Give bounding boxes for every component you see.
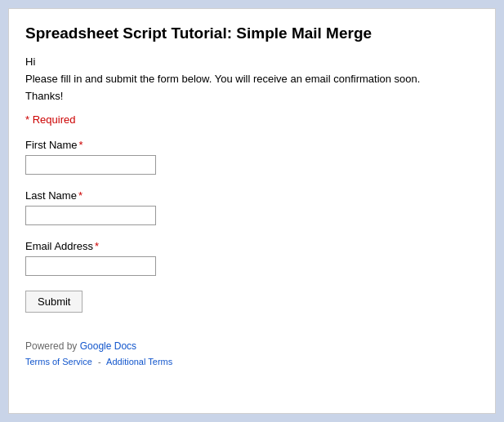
footer-separator: - (98, 357, 101, 366)
email-address-required-star: * (95, 240, 99, 252)
first-name-field-group: First Name* (25, 139, 479, 175)
submit-button[interactable]: Submit (25, 291, 83, 313)
last-name-required-star: * (78, 189, 83, 202)
email-address-label: Email Address* (25, 240, 479, 252)
form-greeting: Hi (25, 56, 479, 68)
submit-area: Submit (25, 291, 479, 327)
page-title: Spreadsheet Script Tutorial: Simple Mail… (25, 24, 479, 44)
first-name-input[interactable] (25, 155, 156, 175)
google-docs-link[interactable]: Google Docs (80, 340, 136, 352)
footer-powered: Powered by Google Docs (25, 340, 479, 352)
terms-of-service-link[interactable]: Terms of Service (25, 357, 92, 366)
form-container: Spreadsheet Script Tutorial: Simple Mail… (8, 8, 496, 414)
first-name-label: First Name* (25, 139, 479, 151)
last-name-input[interactable] (25, 206, 156, 225)
email-address-field-group: Email Address* (25, 240, 479, 276)
required-note: * Required (25, 113, 479, 126)
last-name-field-group: Last Name* (25, 189, 479, 225)
first-name-required-star: * (79, 139, 83, 151)
email-address-input[interactable] (25, 256, 156, 276)
additional-terms-link[interactable]: Additional Terms (106, 357, 172, 366)
last-name-label: Last Name* (25, 189, 479, 202)
footer-links: Terms of Service - Additional Terms (25, 357, 479, 366)
form-description: Please fill in and submit the form below… (25, 73, 479, 85)
form-thanks: Thanks! (25, 90, 479, 102)
